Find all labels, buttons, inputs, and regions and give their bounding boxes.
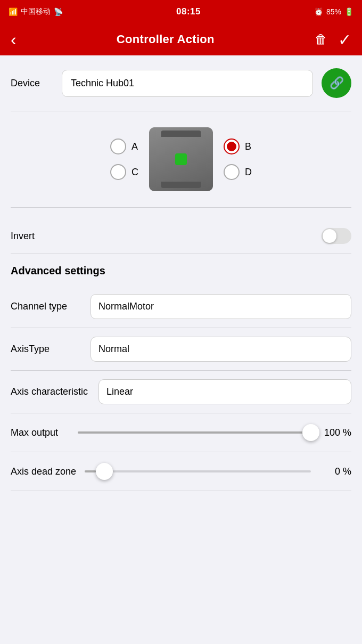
page-title: Controller Action xyxy=(117,32,215,46)
max-output-label: Max output xyxy=(11,427,69,438)
axis-dead-zone-track xyxy=(85,470,311,472)
delete-button[interactable]: 🗑 xyxy=(315,32,327,47)
port-c-item[interactable]: C xyxy=(110,164,138,180)
hub-image xyxy=(149,127,213,191)
signal-icon: 📶 xyxy=(9,7,18,16)
status-time: 08:15 xyxy=(176,6,201,17)
axis-type-row: AxisType xyxy=(11,328,351,371)
device-label: Device xyxy=(11,78,53,89)
port-a-label: A xyxy=(131,141,138,152)
port-b-item[interactable]: B xyxy=(224,138,252,154)
port-d-label: D xyxy=(245,167,252,178)
device-name-input[interactable] xyxy=(62,70,313,97)
port-d-radio[interactable] xyxy=(224,164,240,180)
nav-right-actions: 🗑 ✓ xyxy=(315,30,351,49)
max-output-row: Max output 100 % xyxy=(11,413,351,452)
carrier-label: 中国移动 xyxy=(21,7,51,17)
advanced-settings-title: Advanced settings xyxy=(11,265,351,277)
axis-dead-zone-value: 0 % xyxy=(319,466,351,477)
axis-dead-zone-slider-wrapper xyxy=(85,462,311,481)
max-output-slider-wrapper xyxy=(78,423,311,442)
status-bar: 📶 中国移动 📡 08:15 ⏰ 85% 🔋 xyxy=(0,0,362,23)
max-output-value: 100 % xyxy=(319,427,351,438)
invert-label: Invert xyxy=(11,231,35,242)
invert-row: Invert xyxy=(11,218,351,254)
toggle-thumb xyxy=(323,229,336,243)
axis-dead-zone-label: Axis dead zone xyxy=(11,466,76,477)
content-area: Device 🔗 A C xyxy=(0,55,362,512)
channel-type-input[interactable] xyxy=(90,294,351,319)
device-input-wrapper xyxy=(62,70,313,97)
axis-dead-zone-thumb[interactable] xyxy=(96,463,113,480)
port-c-radio[interactable] xyxy=(110,164,126,180)
battery-label: 85% xyxy=(326,7,341,16)
port-group-left: A C xyxy=(110,138,138,180)
invert-toggle[interactable] xyxy=(322,228,351,244)
channel-type-row: Channel type xyxy=(11,286,351,328)
port-b-label: B xyxy=(245,141,251,152)
axis-dead-zone-fill xyxy=(85,470,96,472)
separator-2 xyxy=(11,207,351,208)
max-output-thumb[interactable] xyxy=(302,424,319,441)
alarm-icon: ⏰ xyxy=(314,7,323,16)
battery-icon: 🔋 xyxy=(344,7,353,16)
device-row: Device 🔗 xyxy=(11,68,351,98)
axis-characteristic-input[interactable] xyxy=(98,379,351,404)
max-output-fill xyxy=(78,431,311,434)
port-c-label: C xyxy=(131,167,138,178)
channel-type-label: Channel type xyxy=(11,301,80,312)
port-group-right: B D xyxy=(224,138,252,180)
hub-indicator xyxy=(175,153,187,165)
port-a-radio[interactable] xyxy=(110,138,126,154)
axis-type-label: AxisType xyxy=(11,344,80,355)
link-icon: 🔗 xyxy=(330,76,344,90)
port-a-item[interactable]: A xyxy=(110,138,138,154)
max-output-track xyxy=(78,431,311,434)
wifi-icon: 📡 xyxy=(54,7,63,16)
separator-1 xyxy=(11,111,351,111)
confirm-button[interactable]: ✓ xyxy=(338,30,351,49)
hub-port-section: A C B D xyxy=(11,122,351,197)
axis-characteristic-row: Axis characteristic xyxy=(11,371,351,413)
axis-dead-zone-row: Axis dead zone 0 % xyxy=(11,452,351,491)
nav-bar: ‹ Controller Action 🗑 ✓ xyxy=(0,23,362,55)
back-button[interactable]: ‹ xyxy=(11,31,17,48)
port-d-item[interactable]: D xyxy=(224,164,252,180)
axis-characteristic-label: Axis characteristic xyxy=(11,386,88,397)
status-right: ⏰ 85% 🔋 xyxy=(314,7,353,16)
port-b-radio[interactable] xyxy=(224,138,240,154)
axis-type-input[interactable] xyxy=(90,337,351,362)
status-left: 📶 中国移动 📡 xyxy=(9,7,63,17)
link-button[interactable]: 🔗 xyxy=(322,68,351,98)
